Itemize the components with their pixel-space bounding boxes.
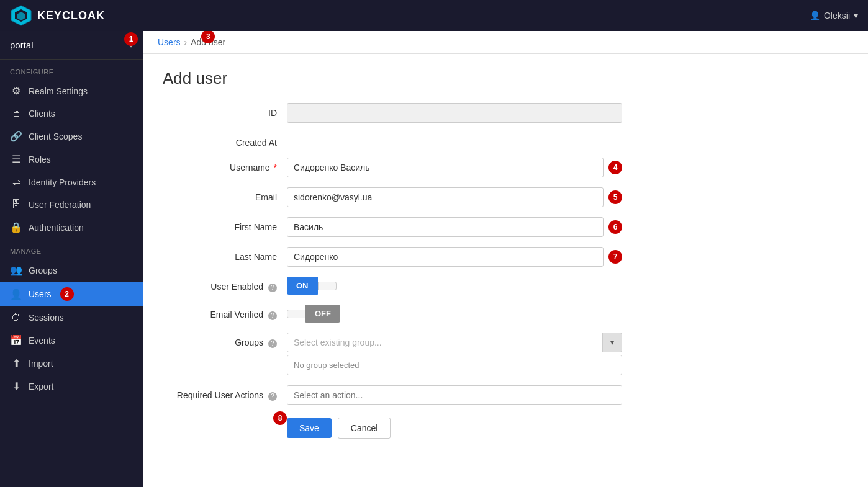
sidebar-item-label: Events [29, 336, 55, 346]
user-enabled-control: ON [287, 277, 622, 295]
sidebar-item-label: Users [29, 289, 52, 299]
sidebar-item-label: Import [29, 359, 53, 369]
sidebar-item-identity-providers[interactable]: ⇌ Identity Providers [0, 171, 143, 194]
sidebar-item-export[interactable]: ⬇ Export [0, 375, 143, 398]
email-input[interactable] [287, 187, 604, 207]
sidebar-item-label: Sessions [29, 313, 64, 323]
form-buttons: 8 Save Cancel [163, 418, 848, 439]
sidebar-item-groups[interactable]: 👥 Groups [0, 259, 143, 282]
user-enabled-off-button[interactable] [318, 282, 337, 290]
sidebar-item-import[interactable]: ⬆ Import [0, 352, 143, 375]
breadcrumb-users-link[interactable]: Users [158, 37, 181, 47]
sidebar-item-label: Realm Settings [29, 86, 88, 96]
username-field-wrapper: 4 [287, 158, 622, 177]
email-verified-label: Email Verified ? [163, 305, 287, 320]
users-icon: 👤 [10, 288, 22, 300]
client-scopes-icon: 🔗 [10, 130, 22, 142]
email-field-wrapper: 5 [287, 187, 622, 207]
groups-icon: 👥 [10, 264, 22, 276]
groups-row: Groups ? Select existing group... ▾ No g… [163, 333, 848, 375]
email-verified-off-button[interactable]: OFF [305, 305, 340, 323]
identity-providers-icon: ⇌ [10, 176, 22, 188]
groups-no-selection: No group selected [287, 355, 622, 375]
username-control: 4 [287, 158, 622, 177]
sessions-icon: ⏱ [10, 312, 22, 323]
events-icon: 📅 [10, 334, 22, 346]
required-actions-control [287, 385, 622, 405]
brand-title: KEYCLOAK [37, 9, 105, 22]
email-verified-row: Email Verified ? OFF [163, 305, 848, 323]
user-enabled-help-icon[interactable]: ? [268, 284, 277, 292]
id-label: ID [163, 103, 287, 118]
user-federation-icon: 🗄 [10, 199, 22, 210]
groups-label: Groups ? [163, 333, 287, 348]
last-name-field-wrapper: 7 [287, 247, 622, 267]
email-control: 5 [287, 187, 622, 207]
sidebar-item-label: Identity Providers [29, 177, 96, 187]
chevron-down-icon: ▾ [854, 11, 858, 20]
keycloak-logo [10, 4, 32, 27]
required-actions-help-icon[interactable]: ? [268, 392, 277, 401]
brand: KEYCLOAK [10, 4, 105, 27]
navbar: KEYCLOAK 👤 Oleksii ▾ [0, 0, 868, 31]
main-content: Users › Add user 3 Add user ID Created A… [143, 31, 868, 487]
user-name: Oleksii [824, 11, 850, 20]
required-actions-input[interactable] [287, 385, 622, 405]
sidebar-item-label: Authentication [29, 223, 84, 233]
sidebar-item-label: Clients [29, 109, 55, 118]
id-input[interactable] [287, 103, 622, 123]
sidebar-item-label: User Federation [29, 200, 91, 210]
first-name-row: First Name 6 [163, 217, 848, 237]
import-icon: ⬆ [10, 357, 22, 369]
email-badge: 5 [608, 190, 622, 204]
required-actions-row: Required User Actions ? [163, 385, 848, 405]
groups-help-icon[interactable]: ? [268, 339, 277, 348]
created-at-label: Created At [163, 133, 287, 148]
realm-badge: 1 [124, 32, 138, 46]
save-badge: 8 [273, 411, 287, 425]
first-name-input[interactable] [287, 217, 604, 237]
email-verified-on-button[interactable] [287, 310, 305, 318]
user-menu[interactable]: 👤 Oleksii ▾ [810, 11, 858, 20]
add-user-form: Add user ID Created At Username * [143, 54, 868, 487]
groups-control: Select existing group... ▾ No group sele… [287, 333, 622, 375]
sidebar-item-label: Groups [29, 266, 57, 275]
email-verified-control: OFF [287, 305, 622, 323]
groups-select[interactable]: Select existing group... [287, 333, 622, 352]
breadcrumb: Users › Add user 3 [143, 31, 868, 54]
username-badge: 4 [608, 161, 622, 174]
save-button[interactable]: Save [287, 418, 332, 438]
user-enabled-label: User Enabled ? [163, 277, 287, 292]
user-enabled-on-button[interactable]: ON [287, 277, 318, 295]
sidebar-item-users[interactable]: 👤 Users 2 [0, 282, 143, 306]
sidebar-item-clients[interactable]: 🖥 Clients [0, 102, 143, 125]
clients-icon: 🖥 [10, 108, 22, 119]
sidebar: portal ▾ 1 Configure ⚙ Realm Settings 🖥 … [0, 31, 143, 487]
email-verified-help-icon[interactable]: ? [268, 311, 277, 320]
email-row: Email 5 [163, 187, 848, 207]
realm-selector[interactable]: portal ▾ 1 [0, 31, 143, 60]
sidebar-item-client-scopes[interactable]: 🔗 Client Scopes [0, 125, 143, 148]
sidebar-item-authentication[interactable]: 🔒 Authentication [0, 216, 143, 239]
sidebar-item-realm-settings[interactable]: ⚙ Realm Settings [0, 79, 143, 102]
sidebar-item-events[interactable]: 📅 Events [0, 329, 143, 352]
roles-icon: ☰ [10, 153, 22, 165]
breadcrumb-add-user-wrap: Add user 3 [191, 37, 225, 47]
sidebar-item-sessions[interactable]: ⏱ Sessions [0, 306, 143, 329]
last-name-control: 7 [287, 247, 622, 267]
username-input[interactable] [287, 158, 604, 177]
realm-name: portal [10, 40, 34, 50]
sidebar-item-roles[interactable]: ☰ Roles [0, 148, 143, 171]
groups-select-wrapper: Select existing group... ▾ [287, 333, 622, 352]
last-name-badge: 7 [608, 250, 622, 264]
breadcrumb-separator: › [184, 37, 188, 47]
sidebar-item-label: Export [29, 382, 53, 391]
gear-icon: ⚙ [10, 85, 22, 97]
first-name-control: 6 [287, 217, 622, 237]
last-name-input[interactable] [287, 247, 604, 267]
cancel-button[interactable]: Cancel [338, 418, 391, 439]
id-row: ID [163, 103, 848, 123]
sidebar-item-user-federation[interactable]: 🗄 User Federation [0, 194, 143, 216]
id-control [287, 103, 622, 123]
last-name-row: Last Name 7 [163, 247, 848, 267]
